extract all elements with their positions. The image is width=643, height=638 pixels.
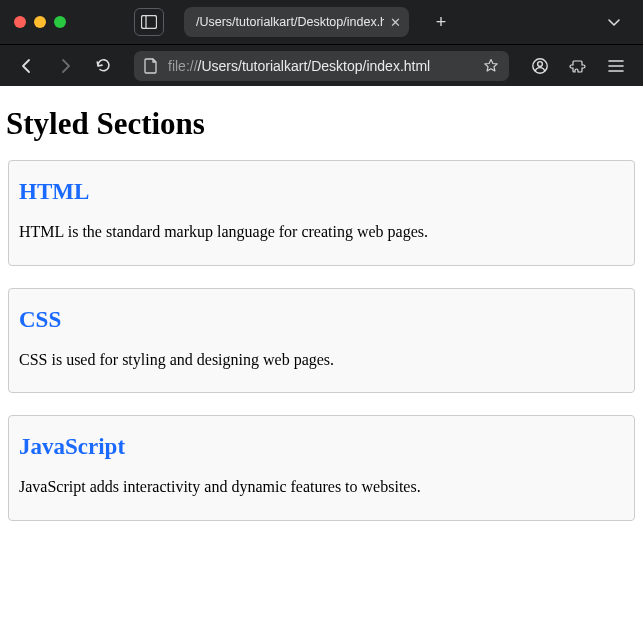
- page-content: Styled Sections HTML HTML is the standar…: [0, 86, 643, 563]
- forward-button[interactable]: [48, 50, 82, 82]
- account-button[interactable]: [523, 50, 557, 82]
- section-title: HTML: [19, 179, 624, 205]
- tab-title: /Users/tutorialkart/Desktop/index.ht: [196, 15, 384, 29]
- section-body: CSS is used for styling and designing we…: [19, 349, 624, 371]
- reload-button[interactable]: [86, 50, 120, 82]
- address-bar[interactable]: file:///Users/tutorialkart/Desktop/index…: [134, 51, 509, 81]
- back-button[interactable]: [10, 50, 44, 82]
- section-card: HTML HTML is the standard markup languag…: [8, 160, 635, 266]
- url-scheme: file://: [168, 58, 198, 74]
- window-titlebar: /Users/tutorialkart/Desktop/index.ht ✕ +: [0, 0, 643, 44]
- browser-toolbar: file:///Users/tutorialkart/Desktop/index…: [0, 44, 643, 86]
- bookmark-star-icon[interactable]: [483, 58, 499, 74]
- window-close-button[interactable]: [14, 16, 26, 28]
- address-text: file:///Users/tutorialkart/Desktop/index…: [168, 58, 430, 74]
- url-path: /Users/tutorialkart/Desktop/index.html: [198, 58, 431, 74]
- traffic-lights: [14, 16, 66, 28]
- tab-close-button[interactable]: ✕: [390, 15, 401, 30]
- section-body: JavaScript adds interactivity and dynami…: [19, 476, 624, 498]
- tabs-dropdown-button[interactable]: [599, 8, 629, 36]
- sidebar-toggle-button[interactable]: [134, 8, 164, 36]
- section-title: CSS: [19, 307, 624, 333]
- page-title: Styled Sections: [6, 106, 637, 142]
- svg-point-3: [538, 61, 543, 66]
- window-maximize-button[interactable]: [54, 16, 66, 28]
- browser-tab[interactable]: /Users/tutorialkart/Desktop/index.ht ✕: [184, 7, 409, 37]
- new-tab-button[interactable]: +: [427, 8, 455, 36]
- file-icon: [144, 58, 158, 74]
- app-menu-button[interactable]: [599, 50, 633, 82]
- section-card: CSS CSS is used for styling and designin…: [8, 288, 635, 394]
- section-body: HTML is the standard markup language for…: [19, 221, 624, 243]
- window-minimize-button[interactable]: [34, 16, 46, 28]
- section-title: JavaScript: [19, 434, 624, 460]
- svg-rect-0: [142, 16, 157, 29]
- section-card: JavaScript JavaScript adds interactivity…: [8, 415, 635, 521]
- extensions-button[interactable]: [561, 50, 595, 82]
